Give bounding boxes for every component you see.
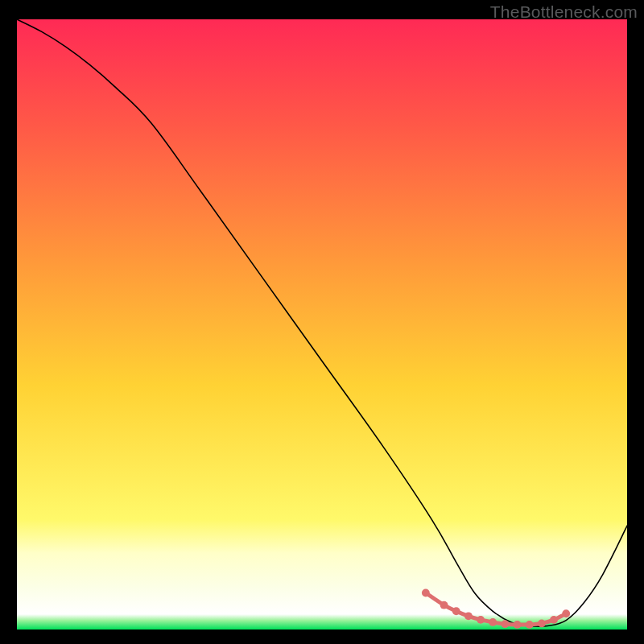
trough-marker xyxy=(501,620,509,628)
gradient-background xyxy=(17,19,627,630)
trough-marker xyxy=(464,612,473,620)
chart-svg xyxy=(17,19,627,630)
plot-area xyxy=(17,19,627,630)
trough-marker xyxy=(422,589,430,597)
chart-frame: TheBottleneck.com xyxy=(0,0,644,644)
watermark-text: TheBottleneck.com xyxy=(490,2,638,22)
trough-marker xyxy=(526,621,534,629)
trough-marker xyxy=(489,618,497,626)
trough-marker xyxy=(562,609,570,617)
trough-marker xyxy=(477,616,485,624)
trough-marker xyxy=(514,621,522,629)
trough-marker xyxy=(538,619,546,627)
trough-marker xyxy=(452,607,460,615)
trough-marker xyxy=(440,601,448,609)
trough-marker xyxy=(550,616,558,624)
